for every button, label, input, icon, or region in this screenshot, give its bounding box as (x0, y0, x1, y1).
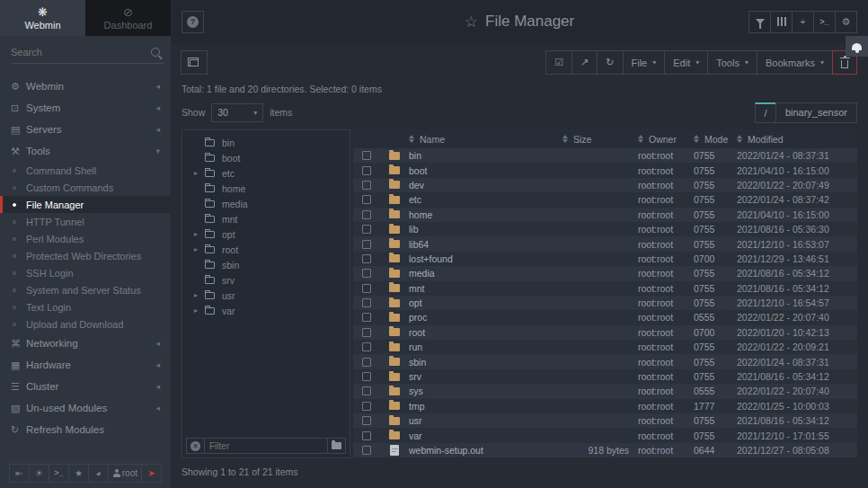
tools-menu-button[interactable]: Tools▾ (707, 50, 757, 75)
file-name[interactable]: boot (409, 165, 562, 176)
edit-menu-button[interactable]: Edit▾ (664, 50, 708, 75)
favorite-star-icon[interactable]: ☆ (465, 13, 478, 31)
file-name[interactable]: run (409, 342, 562, 352)
row-checkbox[interactable] (362, 210, 371, 219)
file-name[interactable]: opt (409, 297, 562, 308)
row-checkbox[interactable] (362, 342, 371, 351)
row-checkbox[interactable] (362, 225, 371, 234)
sort-modified-icon[interactable] (737, 135, 742, 143)
language-button[interactable]: ◕ (88, 464, 109, 483)
table-row[interactable]: rootroot:root07002022/01/20 - 10:42:13 (353, 325, 857, 340)
add-button[interactable]: + (792, 11, 814, 33)
table-row[interactable]: webmin-setup.out918 bytesroot:root064420… (353, 443, 857, 457)
file-name[interactable]: bin (409, 150, 562, 161)
file-name[interactable]: media (409, 268, 562, 279)
tree-item-boot[interactable]: boot (182, 150, 350, 165)
sidebar-item-hardware[interactable]: ▦Hardware◂ (0, 354, 171, 376)
tree-item-var[interactable]: ▸var (182, 303, 350, 318)
table-row[interactable]: bootroot:root07552021/04/10 - 16:15:00 (353, 163, 857, 177)
table-row[interactable]: mediaroot:root07552021/08/16 - 05:34:12 (353, 266, 857, 280)
theme-button[interactable]: ☀ (29, 464, 49, 483)
table-row[interactable]: usrroot:root07552021/08/16 - 05:34:12 (353, 413, 857, 428)
tab-dashboard[interactable]: ⊘ Dashboard (85, 0, 171, 36)
sidebar-item-networking[interactable]: ⌘Networking◂ (0, 333, 171, 354)
sidebar-item-tools[interactable]: ⚒Tools▾ (0, 140, 171, 162)
expand-arrow-icon[interactable]: ▸ (194, 306, 203, 315)
filter-button[interactable] (748, 11, 771, 33)
file-name[interactable]: home (409, 209, 562, 220)
tree-item-sbin[interactable]: sbin (182, 257, 350, 272)
sort-mode-icon[interactable] (694, 135, 699, 143)
column-mode[interactable]: Mode (704, 134, 728, 145)
tree-item-root[interactable]: ▸root (182, 242, 350, 257)
tree-item-mnt[interactable]: mnt (182, 211, 350, 226)
table-row[interactable]: devroot:root07552022/01/22 - 20:07:49 (353, 178, 857, 192)
table-row[interactable]: varroot:root07552021/12/10 - 17:01:55 (353, 428, 857, 442)
columns-button[interactable] (770, 11, 793, 33)
column-owner[interactable]: Owner (649, 134, 677, 145)
column-modified[interactable]: Modified (748, 134, 784, 145)
sidebar-item-perl-modules[interactable]: Perl Modules (0, 230, 171, 247)
expand-arrow-icon[interactable]: ▸ (194, 291, 203, 299)
table-row[interactable]: sysroot:root05552022/01/22 - 20:07:40 (353, 384, 857, 398)
row-checkbox[interactable] (362, 151, 371, 160)
file-name[interactable]: lost+found (409, 253, 562, 264)
row-checkbox[interactable] (362, 313, 371, 322)
clear-filter-icon[interactable]: ✕ (190, 441, 200, 451)
file-name[interactable]: proc (409, 312, 562, 323)
page-size-select[interactable]: 30 ▾ (211, 103, 263, 122)
file-menu-button[interactable]: File▾ (623, 50, 666, 75)
file-name[interactable]: sbin (409, 357, 562, 368)
expand-arrow-icon[interactable]: ▸ (194, 245, 203, 253)
breadcrumb-root[interactable]: / (755, 102, 776, 123)
row-checkbox[interactable] (362, 446, 371, 455)
file-name[interactable]: root (409, 327, 562, 338)
tree-item-etc[interactable]: ▸etc (182, 165, 350, 181)
sidebar-item-webmin[interactable]: ⚙Webmin◂ (0, 75, 171, 97)
select-view-button[interactable] (181, 50, 208, 75)
row-checkbox[interactable] (362, 372, 371, 381)
sort-size-icon[interactable] (562, 135, 568, 143)
table-row[interactable]: sbinroot:root07552022/01/24 - 08:37:31 (353, 354, 857, 368)
file-name[interactable]: mnt (409, 283, 562, 294)
table-row[interactable]: tmproot:root17772022/01/25 - 10:00:03 (353, 399, 857, 413)
filter-input[interactable] (204, 439, 327, 453)
row-checkbox[interactable] (362, 402, 371, 411)
sidebar-item-un-used-modules[interactable]: ▧Un-used Modules◂ (0, 397, 171, 419)
file-name[interactable]: lib64 (409, 239, 562, 250)
collapse-sidebar-button[interactable]: ⇤ (9, 464, 30, 483)
help-button[interactable]: ? (182, 11, 204, 33)
row-checkbox[interactable] (362, 298, 371, 307)
tree-item-srv[interactable]: srv (182, 272, 350, 288)
sort-name-icon[interactable] (409, 135, 414, 143)
sidebar-item-upload-and-download[interactable]: Upload and Download (0, 315, 171, 333)
sidebar-item-file-manager[interactable]: File Manager (0, 196, 171, 213)
table-row[interactable]: procroot:root05552022/01/22 - 20:07:40 (353, 310, 857, 324)
table-row[interactable]: homeroot:root07552021/04/10 - 16:15:00 (353, 208, 857, 222)
row-checkbox[interactable] (362, 284, 371, 293)
row-checkbox[interactable] (362, 254, 371, 263)
row-checkbox[interactable] (362, 181, 371, 190)
search-icon[interactable] (151, 48, 160, 57)
table-row[interactable]: libroot:root07552021/08/16 - 05:36:30 (353, 222, 857, 236)
row-checkbox[interactable] (362, 416, 371, 425)
sidebar-item-system-and-server-status[interactable]: System and Server Status (0, 281, 171, 298)
file-name[interactable]: usr (409, 415, 562, 426)
shell-button[interactable]: >_ (813, 11, 836, 33)
file-name[interactable]: var (409, 430, 562, 441)
table-row[interactable]: runroot:root07552022/01/22 - 20:09:21 (353, 340, 857, 354)
bookmarks-menu-button[interactable]: Bookmarks▾ (757, 50, 833, 75)
logout-button[interactable]: ➤ (141, 464, 162, 483)
export-button[interactable]: ↗ (571, 50, 598, 75)
expand-arrow-icon[interactable]: ▸ (194, 169, 203, 177)
sidebar-item-refresh-modules[interactable]: ↻Refresh Modules (0, 419, 171, 440)
tree-item-usr[interactable]: ▸usr (182, 288, 350, 303)
file-name[interactable]: dev (409, 180, 562, 191)
table-row[interactable]: lib64root:root07552021/12/10 - 16:53:07 (353, 236, 857, 251)
file-name[interactable]: webmin-setup.out (409, 445, 562, 456)
select-all-button[interactable]: ☑ (545, 50, 572, 75)
table-row[interactable]: etcroot:root07552022/01/24 - 08:37:42 (353, 192, 857, 207)
breadcrumb-current[interactable]: binary_sensor (775, 102, 857, 123)
sort-owner-icon[interactable] (638, 135, 643, 143)
sidebar-item-cluster[interactable]: ☰Cluster◂ (0, 376, 171, 397)
